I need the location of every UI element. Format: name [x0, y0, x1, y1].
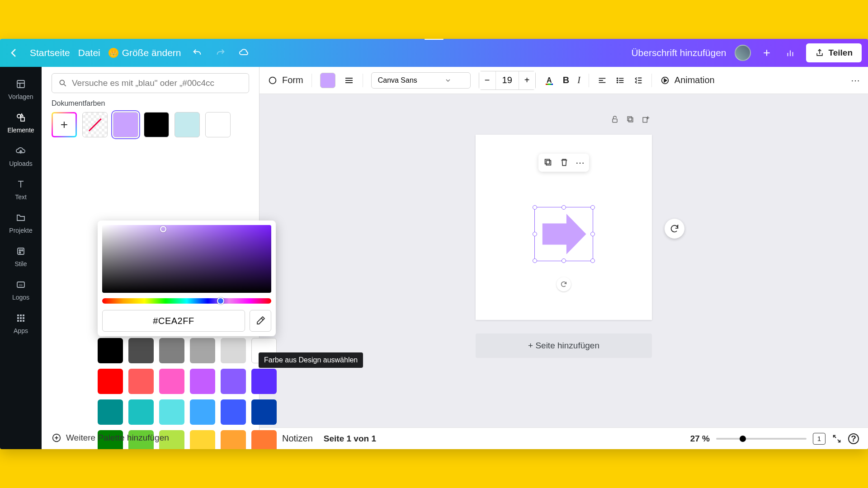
default-swatch[interactable]	[221, 338, 246, 363]
resize-handle[interactable]	[533, 258, 537, 263]
default-swatch[interactable]	[221, 430, 246, 449]
refresh-icon	[670, 224, 679, 234]
default-swatch[interactable]	[98, 338, 123, 363]
fullscreen-button[interactable]	[832, 434, 842, 444]
rotate-handle[interactable]	[557, 277, 571, 291]
default-swatch[interactable]	[98, 369, 123, 394]
default-swatch[interactable]	[159, 338, 184, 363]
increase-size[interactable]: +	[519, 71, 535, 89]
file-menu[interactable]: Datei	[78, 47, 100, 58]
hex-input[interactable]	[102, 310, 245, 332]
eyedropper-button[interactable]	[250, 310, 271, 332]
resize-handle[interactable]	[561, 258, 566, 263]
align-button[interactable]	[597, 75, 607, 85]
default-swatch[interactable]	[98, 399, 123, 425]
bold-button[interactable]: B	[563, 75, 569, 85]
decrease-size[interactable]: −	[479, 71, 495, 89]
resize-handle[interactable]	[590, 205, 595, 210]
default-swatch[interactable]	[159, 369, 184, 394]
transparent-swatch[interactable]	[82, 112, 108, 137]
sv-thumb[interactable]	[160, 226, 166, 232]
font-size-input[interactable]	[495, 71, 519, 89]
resize-handle[interactable]	[590, 258, 595, 263]
default-swatch[interactable]	[128, 399, 154, 425]
search-input[interactable]	[72, 78, 242, 88]
page[interactable]: ⋯	[476, 135, 652, 320]
canvas[interactable]: ⋯ + Seite	[259, 94, 868, 427]
default-swatch[interactable]	[190, 430, 215, 449]
add-page-icon[interactable]	[641, 115, 650, 124]
color-search[interactable]	[52, 73, 249, 93]
zoom-thumb[interactable]	[740, 436, 746, 442]
share-button[interactable]: Teilen	[806, 43, 862, 62]
stage: Form Canva Sans − + A B I	[259, 67, 868, 449]
rail-elements[interactable]: Elemente	[0, 106, 42, 139]
default-swatch[interactable]	[128, 369, 154, 394]
resize-handle[interactable]	[561, 205, 566, 210]
default-swatch[interactable]	[128, 338, 154, 363]
border-style-button[interactable]	[344, 75, 354, 86]
swatch[interactable]	[175, 112, 200, 137]
svg-rect-23	[23, 317, 24, 319]
default-swatch[interactable]	[190, 338, 215, 363]
add-palette-button[interactable]: Weitere Palette hinzufügen	[52, 433, 169, 443]
default-swatch[interactable]	[221, 399, 246, 425]
help-button[interactable]: ?	[848, 433, 859, 444]
svg-point-15	[19, 252, 21, 253]
doc-title[interactable]: Überschrift hinzufügen	[631, 47, 726, 58]
refresh-button[interactable]	[665, 219, 684, 239]
add-member-button[interactable]	[759, 45, 774, 61]
back-button[interactable]	[6, 45, 22, 61]
default-swatch[interactable]	[190, 369, 215, 394]
rail-logos[interactable]: coLogos	[0, 273, 42, 306]
form-button[interactable]: Form	[268, 75, 303, 85]
svg-rect-55	[643, 117, 647, 122]
text-color-button[interactable]: A	[544, 75, 555, 86]
redo-button[interactable]	[213, 45, 228, 61]
default-swatch[interactable]	[159, 399, 184, 425]
rail-uploads[interactable]: Uploads	[0, 139, 42, 173]
swatch[interactable]	[205, 112, 231, 137]
hue-slider[interactable]	[102, 298, 271, 304]
rail-apps[interactable]: Apps	[0, 306, 42, 340]
saturation-value-area[interactable]	[102, 225, 271, 293]
page-tray-toggle[interactable]	[425, 39, 443, 40]
swatch[interactable]	[144, 112, 169, 137]
swatch[interactable]	[113, 112, 138, 137]
default-swatch[interactable]	[221, 369, 246, 394]
add-page-button[interactable]: + Seite hinzufügen	[476, 333, 652, 358]
resize-handle[interactable]	[590, 232, 595, 236]
add-color-swatch[interactable]: +	[52, 112, 77, 137]
default-swatch[interactable]	[251, 430, 277, 449]
duplicate-icon[interactable]	[543, 157, 553, 168]
rail-styles[interactable]: Stile	[0, 239, 42, 273]
resize-menu[interactable]: 👑 Größe ändern	[108, 47, 181, 58]
home-link[interactable]: Startseite	[30, 47, 70, 58]
font-select[interactable]: Canva Sans	[371, 72, 471, 89]
chart-icon[interactable]	[783, 45, 798, 61]
rail-text[interactable]: Text	[0, 173, 42, 206]
fill-color-chip[interactable]	[320, 73, 335, 88]
rail-templates[interactable]: Vorlagen	[0, 72, 42, 106]
list-button[interactable]	[615, 75, 625, 85]
duplicate-page-icon[interactable]	[626, 115, 635, 124]
italic-button[interactable]: I	[577, 75, 580, 85]
more-button[interactable]: ⋯	[851, 75, 860, 86]
resize-handle[interactable]	[533, 232, 537, 236]
rail-projects[interactable]: Projekte	[0, 206, 42, 239]
undo-button[interactable]	[189, 45, 205, 61]
default-swatch[interactable]	[190, 399, 215, 425]
selected-shape[interactable]	[534, 207, 593, 261]
zoom-slider[interactable]	[716, 438, 807, 440]
palette-add-icon	[52, 433, 61, 443]
hue-thumb[interactable]	[217, 297, 224, 305]
spacing-button[interactable]	[633, 75, 643, 85]
page-count-badge[interactable]: 1	[813, 433, 826, 445]
lock-icon[interactable]	[610, 115, 619, 124]
trash-icon[interactable]	[559, 157, 569, 168]
animation-button[interactable]: Animation	[660, 75, 715, 85]
resize-handle[interactable]	[533, 205, 537, 210]
more-icon[interactable]: ⋯	[576, 157, 585, 168]
cloud-sync-icon[interactable]	[236, 45, 252, 61]
avatar[interactable]	[735, 45, 751, 61]
